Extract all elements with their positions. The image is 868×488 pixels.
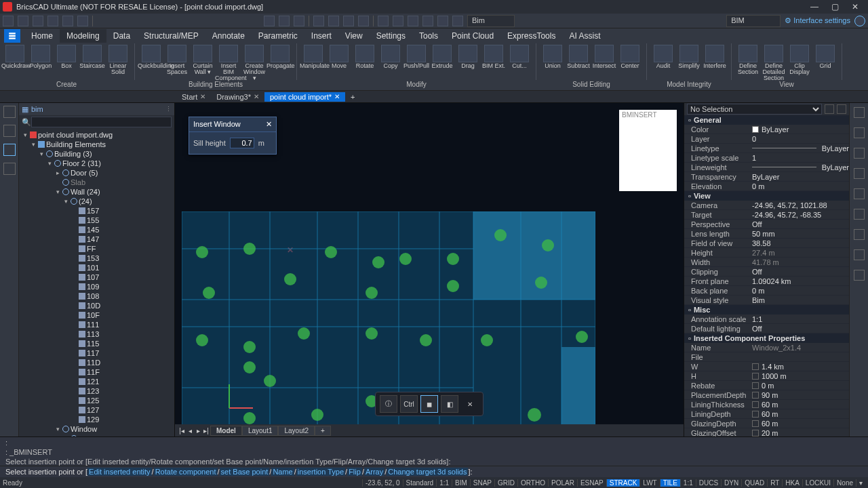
open-icon[interactable] [18, 16, 28, 26]
status-ortho[interactable]: ORTHO [517, 479, 548, 487]
prop-row[interactable]: Linetype scale1 [684, 153, 849, 163]
ribbon-extrude-button[interactable]: Extrude [430, 43, 454, 69]
ribbon-audit-button[interactable]: Audit [651, 43, 675, 69]
prop-row[interactable]: Back plane0 m [684, 286, 849, 296]
ctrl-button[interactable]: Ctrl [400, 395, 418, 413]
layers-tool-icon[interactable] [3, 163, 16, 175]
lock-icon[interactable] [752, 430, 759, 436]
help-icon[interactable] [854, 16, 865, 26]
prop-row[interactable]: LineweightByLayer [684, 163, 849, 172]
tree-row[interactable]: 113 [22, 329, 174, 339]
prop-row[interactable]: LiningThickness60 m [684, 400, 849, 409]
layout-tab[interactable]: Model [210, 426, 242, 436]
layout-last-button[interactable]: ▸| [202, 427, 210, 434]
status-tile[interactable]: TILE [660, 479, 680, 487]
tree-row[interactable]: 115 [22, 339, 174, 348]
ribbon-intersect-button[interactable]: Intersect [592, 43, 616, 69]
tree-row[interactable]: 108 [22, 291, 174, 301]
qat-tool-icon[interactable] [313, 16, 324, 26]
tree-row[interactable]: ▾Building Elements [22, 140, 174, 149]
tree-row[interactable]: 107 [22, 272, 174, 282]
menu-structuralmep[interactable]: Structural/MEP [137, 29, 205, 43]
style-combo[interactable]: Bim [467, 15, 515, 27]
prop-row[interactable]: Field of view38.58 [684, 239, 849, 248]
menu-home[interactable]: Home [24, 29, 60, 43]
prop-row[interactable]: Default lightingOff [684, 324, 849, 333]
doc-tab[interactable]: Drawing3*✕ [211, 92, 264, 102]
qat-tool-icon[interactable] [452, 16, 463, 26]
prop-row[interactable]: Front plane1.09024 km [684, 277, 849, 286]
lookfrom-icon[interactable] [854, 107, 865, 118]
prop-section[interactable]: ▫Misc [684, 305, 849, 314]
prop-row[interactable]: H1000 m [684, 371, 849, 381]
prop-row[interactable]: GlazingOffset20 m [684, 428, 849, 436]
tips-icon[interactable] [854, 127, 865, 138]
properties-body[interactable]: ▫GeneralColorByLayerLayer0LinetypeByLaye… [684, 115, 849, 436]
ribbon-definedetailedsection-button[interactable]: Define Detailed Section [762, 43, 786, 81]
ribbon-linearsolid-button[interactable]: Linear Solid [106, 43, 130, 75]
status-scale[interactable]: 1:1 [436, 479, 452, 487]
tree-row[interactable]: Slab [22, 178, 174, 187]
tree-row[interactable]: 109 [22, 282, 174, 291]
section-icon[interactable] [854, 188, 865, 199]
ribbon-insertspaces-button[interactable]: Insert Spaces [165, 43, 189, 75]
qat-tool-icon[interactable] [422, 16, 433, 26]
ribbon-interfere-button[interactable]: Interfere [703, 43, 727, 69]
ribbon-union-button[interactable]: Union [540, 43, 565, 69]
status-esnap[interactable]: ESNAP [577, 479, 606, 487]
filter-icon[interactable] [825, 104, 834, 114]
prop-row[interactable]: Rebate0 m [684, 381, 849, 390]
ribbon-drag-button[interactable]: Drag [456, 43, 480, 69]
ribbon-manipulate-button[interactable]: Manipulate [301, 43, 326, 69]
prop-row[interactable]: GlazingDepth60 m [684, 419, 849, 428]
structure-tree[interactable]: ▾point cloud import.dwg▾Building Element… [19, 129, 174, 436]
menu-insert[interactable]: Insert [304, 29, 338, 43]
status-quad[interactable]: QUAD [741, 479, 767, 487]
command-prompt[interactable]: Select insertion point or [Edit inserted… [0, 466, 868, 477]
tree-row[interactable]: 11D [22, 358, 174, 367]
lock-icon[interactable] [752, 382, 759, 389]
qat-tool-icon[interactable] [294, 16, 304, 26]
layout-first-button[interactable]: |◂ [178, 427, 186, 434]
ribbon-cut-button[interactable]: Cut... [507, 43, 532, 69]
ribbon-pushpull-button[interactable]: Push/Pull [404, 43, 429, 69]
ribbon-quickbuilding-button[interactable]: Quickbuilding [139, 43, 163, 69]
status-ducs[interactable]: DUCS [696, 479, 721, 487]
status-combo[interactable]: None [833, 479, 856, 487]
prop-row[interactable]: Annotation scale1:1 [684, 314, 849, 324]
menu-data[interactable]: Data [106, 29, 137, 43]
menu-tools[interactable]: Tools [412, 29, 445, 43]
add-layout-button[interactable]: + [315, 426, 331, 436]
status-grid[interactable]: GRID [494, 479, 517, 487]
ribbon-box-button[interactable]: Box [54, 43, 79, 69]
lock-icon[interactable] [752, 363, 759, 370]
tree-row[interactable]: ▾point cloud import.dwg [22, 130, 174, 140]
tree-row[interactable]: ▾Building (3) [22, 149, 174, 159]
tree-row[interactable]: 153 [22, 253, 174, 263]
visual-style-icon[interactable] [854, 168, 865, 179]
layers-icon[interactable] [854, 148, 865, 159]
tree-row[interactable]: 157 [22, 206, 174, 216]
status-bim[interactable]: BIM [452, 479, 470, 487]
compare-icon[interactable] [854, 229, 865, 240]
status-dropdown-icon[interactable]: ▾ [856, 479, 865, 487]
qat-tool-icon[interactable] [279, 16, 290, 26]
tree-row[interactable]: 11F [22, 367, 174, 377]
prop-section[interactable]: ▫General [684, 115, 849, 125]
ribbon-propagate-button[interactable]: Propagate [268, 43, 292, 69]
menu-annotate[interactable]: Annotate [205, 29, 252, 43]
menu-modeling[interactable]: Modeling [60, 29, 106, 43]
dialog-title-bar[interactable]: Insert Window ✕ [189, 117, 276, 132]
maximize-button[interactable]: ▢ [825, 1, 845, 13]
prop-row[interactable]: Visual styleBim [684, 296, 849, 305]
tree-row[interactable]: ▾Floor 2 (31) [22, 159, 174, 168]
structure-tool-icon[interactable] [3, 144, 16, 156]
prop-row[interactable]: Height27.4 m [684, 248, 849, 258]
ribbon-bimext-button[interactable]: BIM Ext. [481, 43, 506, 69]
tree-row[interactable]: 147 [22, 235, 174, 244]
lock-icon[interactable] [752, 411, 759, 418]
ribbon-subtract-button[interactable]: Subtract [566, 43, 591, 69]
tree-row[interactable]: 121 [22, 377, 174, 386]
redo-icon[interactable] [77, 16, 88, 26]
tree-row[interactable]: 111 [22, 320, 174, 329]
